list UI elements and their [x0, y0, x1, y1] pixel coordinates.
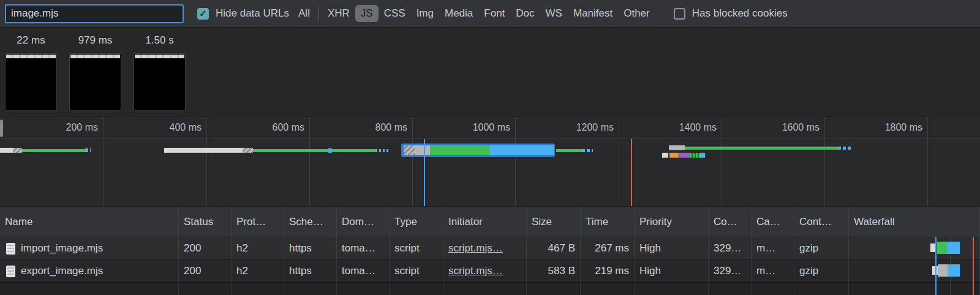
column-header-protocol[interactable]: Prot…: [232, 207, 284, 237]
overview-request-bar-segment[interactable]: [243, 148, 253, 153]
filmstrip-frame[interactable]: 22 ms: [5, 28, 57, 110]
type-cell[interactable]: script: [390, 237, 443, 259]
status-cell[interactable]: 200: [179, 260, 232, 282]
table-row[interactable]: export_image.mjs 200 h2 https toma… scri…: [0, 260, 980, 283]
content-encoding-cell[interactable]: gzip: [794, 260, 849, 282]
table-row[interactable]: import_image.mjs 200 h2 https toma… scri…: [0, 237, 980, 260]
filter-pill-other[interactable]: Other: [618, 5, 655, 22]
overview-request-bar-segment[interactable]: [22, 149, 85, 152]
request-name: import_image.mjs: [21, 242, 103, 255]
overview-request-bar-segment[interactable]: [328, 148, 332, 153]
cache-cell[interactable]: m…: [752, 237, 794, 259]
waterfall-bar-segment[interactable]: [938, 264, 948, 277]
filter-pill-xhr[interactable]: XHR: [322, 5, 355, 22]
time-cell[interactable]: 219 ms: [581, 260, 635, 282]
filter-pill-media[interactable]: Media: [439, 5, 478, 22]
domain-cell[interactable]: toma…: [337, 237, 390, 259]
overview-request-bar-segment[interactable]: [253, 149, 375, 152]
overview-request-bar-segment[interactable]: [404, 145, 415, 155]
frame-thumbnail[interactable]: [69, 53, 121, 110]
column-header-priority[interactable]: Priority: [635, 207, 709, 237]
filmstrip-frame[interactable]: 979 ms: [69, 28, 121, 110]
timeline-gridline: [619, 117, 619, 206]
frame-timestamp: 1.50 s: [134, 28, 186, 53]
waterfall-bar-segment[interactable]: [947, 242, 960, 254]
frame-thumbnail[interactable]: [5, 53, 57, 110]
initiator-link[interactable]: script.mjs…: [448, 265, 503, 277]
timeline-gridline: [824, 117, 825, 206]
column-header-content-encoding[interactable]: Cont…: [794, 207, 849, 237]
frame-thumbnail[interactable]: [134, 53, 186, 110]
column-header-connection[interactable]: Co…: [709, 207, 752, 237]
filter-pill-img[interactable]: Img: [411, 5, 439, 22]
overview-request-bar-segment[interactable]: [375, 149, 390, 152]
overview-request-bar-segment[interactable]: [164, 148, 243, 153]
initiator-link[interactable]: script.mjs…: [448, 242, 503, 255]
request-name-cell[interactable]: export_image.mjs: [0, 260, 179, 282]
priority-cell[interactable]: High: [635, 260, 709, 282]
hide-data-urls-checkbox[interactable]: ✓: [197, 8, 209, 20]
network-overview-timeline[interactable]: 200 ms400 ms600 ms800 ms1000 ms1200 ms14…: [0, 117, 980, 207]
column-header-status[interactable]: Status: [179, 207, 232, 237]
column-header-size[interactable]: Size: [527, 207, 581, 237]
protocol-cell[interactable]: h2: [232, 260, 284, 282]
has-blocked-cookies-checkbox[interactable]: [674, 8, 685, 20]
timeline-tick-label: 200 ms: [50, 122, 98, 133]
overview-request-bar-segment[interactable]: [685, 147, 838, 150]
scheme-cell[interactable]: https: [284, 237, 337, 259]
overview-request-bar-segment[interactable]: [662, 153, 668, 158]
filter-pill-manifest[interactable]: Manifest: [568, 5, 618, 22]
initiator-cell[interactable]: script.mjs…: [443, 260, 527, 282]
filter-pill-font[interactable]: Font: [478, 5, 510, 22]
timeline-tick-label: 600 ms: [257, 122, 304, 133]
filmstrip-frame[interactable]: 1.50 s: [134, 28, 186, 110]
thumbnail-browser-chrome: [70, 55, 120, 58]
overview-request-bar-segment[interactable]: [700, 153, 705, 158]
size-cell[interactable]: 467 B: [527, 237, 581, 259]
column-header-time[interactable]: Time: [581, 207, 635, 237]
overview-request-bar-segment[interactable]: [430, 145, 490, 155]
column-header-scheme[interactable]: Sche…: [284, 207, 337, 237]
column-header-domain[interactable]: Dom…: [337, 207, 390, 237]
request-name-cell[interactable]: import_image.mjs: [0, 237, 179, 259]
filter-pill-css[interactable]: CSS: [379, 5, 411, 22]
connection-cell[interactable]: 329…: [709, 237, 752, 259]
status-cell[interactable]: 200: [179, 237, 232, 259]
scheme-cell[interactable]: https: [284, 260, 337, 282]
filter-input[interactable]: [5, 4, 184, 23]
connection-cell[interactable]: 329…: [709, 260, 752, 282]
overview-request-bar-segment[interactable]: [0, 148, 13, 153]
overview-request-bar-segment[interactable]: [582, 149, 593, 152]
overview-request-bar-segment[interactable]: [85, 148, 91, 152]
overview-request-bar-segment[interactable]: [556, 149, 582, 152]
filter-pill-js[interactable]: JS: [355, 5, 379, 22]
column-header-cache[interactable]: Ca…: [752, 207, 794, 237]
hide-data-urls-label[interactable]: Hide data URLs: [216, 7, 289, 20]
size-cell[interactable]: 583 B: [527, 260, 581, 282]
overview-request-bar-segment[interactable]: [669, 145, 685, 150]
overview-request-bar-segment[interactable]: [838, 147, 853, 150]
overview-request-bar-segment[interactable]: [669, 153, 679, 158]
domain-cell[interactable]: toma…: [337, 260, 390, 282]
content-encoding-cell[interactable]: gzip: [794, 237, 849, 259]
type-cell[interactable]: script: [390, 260, 443, 282]
column-header-initiator[interactable]: Initiator: [443, 207, 527, 237]
waterfall-bar-segment[interactable]: [937, 242, 947, 254]
waterfall-bar-segment[interactable]: [948, 264, 960, 277]
overview-request-bar-segment[interactable]: [13, 148, 22, 153]
overview-request-bar-segment[interactable]: [679, 153, 690, 158]
filter-pill-ws[interactable]: WS: [540, 5, 568, 22]
cache-cell[interactable]: m…: [752, 260, 794, 282]
overview-request-bar-segment[interactable]: [690, 153, 700, 158]
overview-request-bar-segment[interactable]: [490, 145, 554, 155]
overview-request-bar-segment[interactable]: [415, 145, 430, 155]
filter-pill-doc[interactable]: Doc: [510, 5, 540, 22]
protocol-cell[interactable]: h2: [232, 237, 284, 259]
has-blocked-cookies-label[interactable]: Has blocked cookies: [692, 7, 788, 20]
time-cell[interactable]: 267 ms: [581, 237, 635, 259]
column-header-type[interactable]: Type: [390, 207, 443, 237]
filter-pill-all[interactable]: All: [293, 5, 315, 22]
initiator-cell[interactable]: script.mjs…: [443, 237, 527, 259]
column-header-name[interactable]: Name: [0, 207, 179, 237]
priority-cell[interactable]: High: [635, 237, 709, 259]
